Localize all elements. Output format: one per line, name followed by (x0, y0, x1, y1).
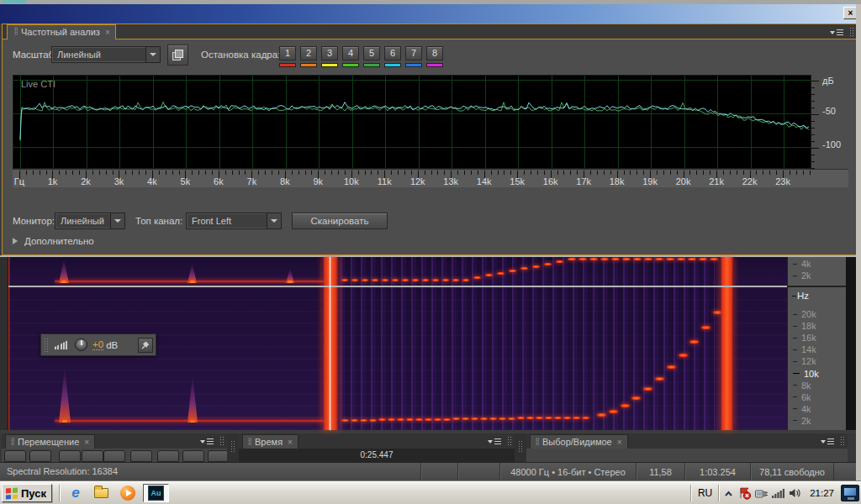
transport-button[interactable] (29, 450, 51, 462)
channel-divider[interactable] (8, 286, 787, 287)
spectral-sweep-dash (508, 417, 515, 420)
panel-grip[interactable] (219, 436, 224, 447)
chevron-down-icon[interactable] (267, 213, 281, 228)
tick-mark (793, 314, 797, 315)
tab-close-icon[interactable]: × (288, 438, 293, 447)
show-desktop-icon[interactable] (841, 485, 859, 501)
freeze-frame-button[interactable]: 4 (342, 46, 359, 60)
status-cell-empty (457, 463, 499, 480)
transport-button[interactable] (82, 450, 103, 462)
language-indicator[interactable]: RU (695, 487, 716, 499)
start-button[interactable]: Пуск (2, 484, 52, 502)
tab-close-icon[interactable]: × (617, 438, 622, 447)
top-channel-dropdown[interactable]: Front Left (186, 213, 282, 229)
spectral-spike (59, 260, 69, 283)
window-titlebar[interactable]: × (0, 4, 861, 24)
frequency-scale-tick: 4k (793, 404, 811, 414)
freeze-frame-button[interactable]: 8 (426, 46, 443, 60)
panel-grip[interactable] (840, 436, 845, 447)
spectral-sweep-dash (699, 258, 707, 260)
advanced-toggle[interactable]: Дополнительно (13, 236, 94, 246)
frequency-scale[interactable]: 4k 2k Hz 20k18k16k14k12k10k8k6k4k2k (787, 257, 846, 430)
spectral-sweep-dash (360, 419, 367, 422)
spectrogram-channel-top[interactable] (8, 257, 787, 286)
freeze-frame-button[interactable]: 5 (363, 46, 380, 60)
spectral-sweep-dash (422, 279, 429, 281)
volume-overlay[interactable]: +0 dB (40, 333, 156, 356)
playhead-line[interactable] (330, 257, 330, 430)
speaker-icon[interactable] (788, 486, 802, 500)
volume-bars-icon (55, 340, 68, 349)
frequency-graph[interactable]: Live CTI дБ -50 -100 Гц1k2k3k4k5k6k7k8k9… (11, 73, 850, 187)
tab-close-icon[interactable]: × (84, 438, 89, 447)
spectrogram-channel-main[interactable] (8, 287, 787, 430)
taskbar-audition-button[interactable]: Au (143, 484, 169, 502)
tab-time[interactable]: Время× (242, 434, 298, 449)
panel-menu-icon[interactable] (488, 438, 501, 445)
frequency-scale-tick: 20k (793, 309, 816, 319)
graph-plot-area[interactable]: Live CTI (13, 75, 811, 169)
tab-transport[interactable]: Перемещение× (5, 434, 95, 449)
tab-close-icon[interactable]: × (105, 28, 110, 37)
transport-button[interactable] (4, 450, 26, 462)
spectral-spike (59, 367, 71, 423)
media-player-icon[interactable] (119, 485, 136, 501)
security-alert-flag-icon[interactable] (737, 486, 752, 500)
tick-mark (793, 396, 797, 397)
freeze-frame-button[interactable]: 6 (384, 46, 401, 60)
db-scale: дБ -50 -100 (811, 75, 848, 169)
tab-selection-view[interactable]: Выбор/Видимое× (530, 434, 628, 449)
freeze-frame-button[interactable]: 2 (300, 46, 317, 60)
monitor-dropdown[interactable]: Линейный (55, 213, 125, 229)
clock[interactable]: 21:27 (805, 488, 838, 498)
panel-menu-icon[interactable] (200, 438, 214, 445)
background-window-sliver (3, 0, 26, 3)
panel-grip[interactable] (507, 436, 512, 447)
transport-button[interactable] (157, 450, 179, 462)
spectral-sweep-dash (341, 279, 348, 281)
panel-grip[interactable] (849, 27, 854, 38)
pin-icon[interactable] (138, 338, 153, 353)
safely-remove-hardware-icon[interactable] (754, 486, 769, 500)
frequency-tick-label: 10k (344, 176, 359, 186)
chevron-down-icon[interactable] (145, 47, 160, 62)
knob-icon[interactable] (75, 339, 87, 351)
transport-button[interactable] (130, 450, 152, 462)
transport-button[interactable] (182, 450, 204, 462)
chevron-up-icon[interactable] (722, 487, 735, 500)
transport-button[interactable] (103, 450, 125, 462)
frequency-tick-label: 19k (642, 176, 658, 186)
dock-divider[interactable] (227, 433, 239, 462)
spectral-left-edge (0, 257, 8, 430)
panel-menu-icon[interactable] (830, 29, 843, 36)
folder-icon[interactable] (92, 485, 109, 501)
freeze-frame-button[interactable]: 7 (405, 46, 422, 60)
tab-frequency-analysis[interactable]: Частотный анализ× (7, 24, 116, 39)
signal-strength-icon[interactable] (771, 486, 785, 500)
spectral-edge-transient (8, 257, 10, 286)
panel-menu-icon[interactable] (821, 438, 834, 445)
scale-dropdown[interactable]: Линейный (51, 46, 161, 63)
transport-button[interactable] (59, 450, 81, 462)
chevron-down-icon[interactable] (110, 213, 124, 228)
dock-divider[interactable] (515, 433, 526, 462)
transport-buttons[interactable] (2, 449, 227, 462)
advanced-label: Дополнительно (24, 236, 94, 246)
spectral-sweep-dash (611, 258, 620, 260)
db-tick-marks (811, 75, 819, 169)
freeze-frame-button[interactable]: 1 (279, 46, 296, 60)
frequency-tick-label: 18k (610, 176, 625, 186)
snapshot-button[interactable] (167, 45, 188, 66)
freeze-frame-button[interactable]: 3 (321, 46, 338, 60)
grip-icon[interactable] (44, 338, 49, 352)
frequency-tick-label: 17k (576, 176, 591, 186)
scan-button[interactable]: Сканировать (292, 213, 388, 229)
spectral-sweep-dash (544, 263, 552, 265)
spectral-sweep-dash (473, 276, 481, 279)
volume-value[interactable]: +0 (92, 339, 103, 350)
internet-explorer-icon[interactable]: e (67, 485, 84, 501)
frequency-tick-label: 23k (775, 176, 790, 186)
tick-mark (793, 276, 797, 276)
scrollbar[interactable] (846, 257, 856, 430)
db-tick-label: -50 (822, 106, 836, 116)
